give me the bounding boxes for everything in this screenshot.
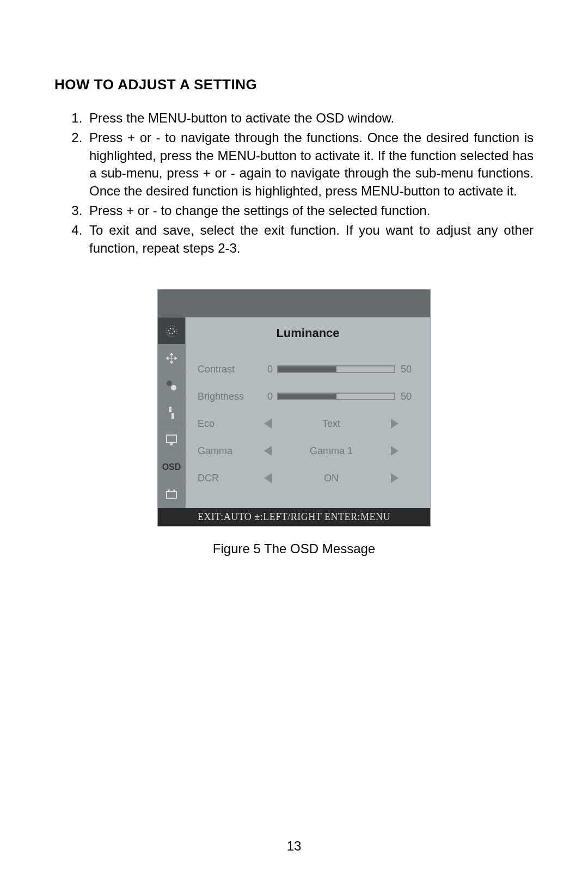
osd-main-panel: Luminance Contrast 0 50 Brightness 0 (186, 317, 430, 508)
arrow-right-icon[interactable] (391, 419, 399, 429)
osd-label: Contrast (198, 364, 262, 375)
gamma-select[interactable]: Gamma 1 (262, 445, 401, 457)
arrow-right-icon[interactable] (391, 446, 399, 456)
osd-row-brightness[interactable]: Brightness 0 50 (198, 383, 418, 410)
osd-label: Gamma (198, 445, 262, 457)
svg-rect-8 (167, 492, 176, 498)
eco-select[interactable]: Text (262, 418, 401, 430)
slider-fill (278, 366, 336, 372)
svg-point-3 (171, 385, 176, 390)
instruction-step: Press + or - to navigate through the fun… (86, 129, 534, 200)
osd-body: OSD Luminance Contrast 0 50 (158, 317, 430, 508)
sidebar-picture-boost-icon[interactable] (158, 399, 185, 426)
arrow-left-icon[interactable] (264, 446, 272, 456)
dcr-select[interactable]: ON (262, 473, 401, 484)
svg-point-2 (167, 381, 172, 386)
arrow-left-icon[interactable] (264, 473, 272, 483)
figure: OSD Luminance Contrast 0 50 (54, 290, 534, 556)
osd-row-contrast[interactable]: Contrast 0 50 (198, 356, 418, 383)
osd-row-eco[interactable]: Eco Text (198, 410, 418, 437)
instruction-step: Press the MENU-button to activate the OS… (86, 109, 534, 127)
osd-panel-title: Luminance (198, 326, 418, 340)
osd-row-dcr[interactable]: DCR ON (198, 464, 418, 492)
osd-label: Brightness (198, 391, 262, 402)
osd-label: DCR (198, 473, 262, 484)
contrast-slider[interactable] (277, 365, 395, 373)
sidebar-osd-label: OSD (162, 462, 181, 472)
svg-rect-6 (167, 435, 176, 443)
osd-footer-hints: EXIT:AUTO ±:LEFT/RIGHT ENTER:MENU (158, 508, 430, 526)
sidebar-exit-icon[interactable] (158, 426, 185, 454)
slider-value: 50 (401, 364, 418, 375)
select-value: ON (324, 473, 339, 484)
page-number: 13 (0, 839, 588, 854)
sidebar-image-setup-icon[interactable] (158, 345, 185, 372)
instruction-step: Press + or - to change the settings of t… (86, 202, 534, 219)
slider-fill (278, 394, 336, 399)
arrow-right-icon[interactable] (391, 473, 399, 483)
sidebar-extra-icon[interactable] (158, 481, 185, 508)
osd-titlebar (158, 290, 430, 317)
svg-point-0 (169, 328, 174, 334)
osd-row-gamma[interactable]: Gamma Gamma 1 (198, 437, 418, 464)
osd-sidebar: OSD (158, 317, 186, 508)
svg-rect-5 (171, 413, 174, 419)
osd-label: Eco (198, 418, 262, 430)
instruction-list: Press the MENU-button to activate the OS… (54, 109, 534, 257)
slider-min: 0 (262, 391, 273, 402)
slider-min: 0 (262, 364, 273, 375)
instruction-step: To exit and save, select the exit functi… (86, 222, 534, 257)
section-heading: HOW TO ADJUST A SETTING (54, 76, 534, 93)
select-value: Gamma 1 (310, 445, 353, 457)
manual-page: HOW TO ADJUST A SETTING Press the MENU-b… (0, 0, 588, 881)
arrow-left-icon[interactable] (264, 419, 272, 429)
svg-rect-7 (170, 443, 173, 445)
sidebar-luminance-icon[interactable] (158, 317, 185, 345)
svg-rect-4 (169, 407, 171, 412)
sidebar-osd-setup-icon[interactable]: OSD (158, 454, 185, 481)
figure-caption: Figure 5 The OSD Message (213, 541, 375, 556)
svg-point-1 (166, 326, 177, 337)
select-value: Text (322, 418, 340, 430)
slider-value: 50 (401, 391, 418, 402)
osd-window: OSD Luminance Contrast 0 50 (158, 290, 430, 526)
brightness-slider[interactable] (277, 393, 395, 400)
sidebar-color-temp-icon[interactable] (158, 372, 185, 399)
